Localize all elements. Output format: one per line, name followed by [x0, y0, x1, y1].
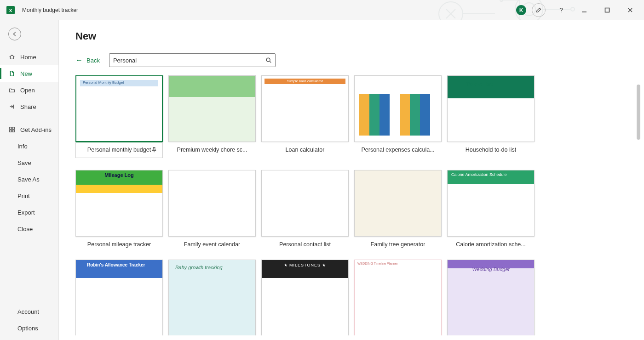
- page-title: New: [75, 30, 631, 42]
- templates-scroll-region[interactable]: Personal monthly budgetPremium weekly ch…: [75, 75, 631, 335]
- template-thumbnail: [75, 170, 163, 237]
- new-file-icon: [8, 70, 16, 77]
- template-thumbnail: [261, 260, 349, 335]
- template-thumbnail: [168, 260, 256, 335]
- sidebar-item-export[interactable]: Export: [0, 204, 58, 221]
- search-icon[interactable]: [262, 54, 275, 67]
- sidebar-item-home[interactable]: Home: [0, 49, 58, 65]
- help-button[interactable]: ?: [551, 3, 571, 17]
- sidebar-item-options[interactable]: Options: [0, 320, 58, 336]
- template-search-box: [109, 53, 276, 67]
- template-card-personal-monthly-budget[interactable]: Personal monthly budget: [75, 75, 163, 158]
- template-label: Calorie amortization sche...: [456, 241, 525, 248]
- template-card-family-tree-generator[interactable]: Family tree generator: [354, 170, 442, 248]
- template-card-household-todo[interactable]: Household to-do list: [447, 75, 535, 153]
- svg-rect-8: [10, 130, 12, 132]
- templates-grid: Personal monthly budgetPremium weekly ch…: [75, 75, 622, 335]
- sidebar-item-label: New: [20, 70, 32, 77]
- template-thumbnail: [75, 75, 163, 142]
- sidebar-item-open[interactable]: Open: [0, 82, 58, 98]
- template-thumbnail: [447, 170, 535, 237]
- template-card-loan-calculator[interactable]: Loan calculator: [261, 75, 349, 153]
- template-thumbnail: [75, 260, 163, 335]
- title-bar: Monthly budget tracker K ?: [0, 0, 644, 20]
- svg-rect-9: [12, 130, 14, 132]
- svg-rect-6: [10, 127, 12, 129]
- backstage-sidebar: Home New Open Share Get Add-ins: [0, 20, 59, 340]
- template-label: Household to-do list: [466, 147, 516, 153]
- search-back-label: Back: [86, 57, 100, 64]
- document-title: Monthly budget tracker: [22, 7, 78, 13]
- template-label: Personal expenses calcula...: [361, 147, 434, 153]
- template-thumbnail: [261, 170, 349, 237]
- share-icon: [8, 103, 16, 110]
- arrow-left-icon: ←: [75, 56, 83, 64]
- template-label: Loan calculator: [286, 147, 325, 153]
- template-card-allowance-tracker[interactable]: [75, 260, 163, 335]
- pin-template-button[interactable]: [150, 145, 159, 154]
- sidebar-item-account[interactable]: Account: [0, 303, 58, 320]
- template-card-wedding-timeline[interactable]: [354, 260, 442, 335]
- coming-soon-button[interactable]: [532, 3, 546, 17]
- sidebar-item-print[interactable]: Print: [0, 187, 58, 204]
- sidebar-item-share[interactable]: Share: [0, 98, 58, 115]
- template-thumbnail: [261, 75, 349, 142]
- template-thumbnail: [354, 260, 442, 335]
- back-button[interactable]: [8, 28, 21, 40]
- window-maximize-button[interactable]: [597, 3, 617, 17]
- template-card-wedding-budget[interactable]: [447, 260, 535, 335]
- sidebar-item-label: Open: [20, 87, 35, 94]
- template-card-personal-mileage[interactable]: Personal mileage tracker: [75, 170, 163, 248]
- sidebar-item-info[interactable]: Info: [0, 138, 58, 154]
- template-label: Personal contact list: [279, 241, 331, 248]
- template-card-weekly-chore-schedule[interactable]: Premium weekly chore sc...: [168, 75, 256, 153]
- home-icon: [8, 53, 16, 61]
- window-minimize-button[interactable]: [574, 3, 594, 17]
- svg-rect-7: [12, 127, 14, 129]
- template-label: Family event calendar: [184, 241, 240, 248]
- sidebar-item-close[interactable]: Close: [0, 221, 58, 237]
- template-label: Personal mileage tracker: [87, 241, 151, 248]
- addins-icon: [8, 126, 16, 133]
- sidebar-item-label: Home: [20, 54, 36, 61]
- template-card-personal-expenses-calc[interactable]: Personal expenses calcula...: [354, 75, 442, 153]
- template-card-baby-growth-tracking[interactable]: [168, 260, 256, 335]
- template-thumbnail: [168, 170, 256, 237]
- window-close-button[interactable]: [620, 3, 640, 17]
- svg-point-10: [266, 58, 270, 62]
- svg-point-4: [500, 0, 503, 1]
- sidebar-item-save[interactable]: Save: [0, 154, 58, 171]
- template-card-personal-contact-list[interactable]: Personal contact list: [261, 170, 349, 248]
- template-thumbnail: [354, 75, 442, 142]
- sidebar-item-label: Get Add-ins: [20, 126, 52, 133]
- template-label: Family tree generator: [371, 241, 426, 248]
- main-panel: New ← Back Personal monthly budgetPremiu…: [59, 20, 644, 340]
- template-label: Personal monthly budget: [87, 147, 151, 153]
- template-thumbnail: [447, 260, 535, 335]
- sidebar-item-label: Share: [20, 103, 36, 110]
- template-search-input[interactable]: [109, 54, 262, 67]
- user-avatar[interactable]: K: [516, 5, 526, 15]
- search-back-link[interactable]: ← Back: [75, 56, 100, 64]
- template-card-family-event-calendar[interactable]: Family event calendar: [168, 170, 256, 248]
- template-label: Premium weekly chore sc...: [177, 147, 247, 153]
- template-card-milestones[interactable]: [261, 260, 349, 335]
- svg-rect-5: [605, 8, 610, 12]
- template-card-calorie-amortization[interactable]: Calorie amortization sche...: [447, 170, 535, 248]
- open-folder-icon: [8, 86, 16, 94]
- sidebar-item-new[interactable]: New: [0, 65, 58, 82]
- vertical-scrollbar[interactable]: [637, 85, 640, 140]
- template-thumbnail: [354, 170, 442, 237]
- sidebar-item-saveas[interactable]: Save As: [0, 171, 58, 187]
- template-thumbnail: [447, 75, 535, 142]
- template-thumbnail: [168, 75, 256, 142]
- excel-app-icon: [6, 6, 15, 14]
- sidebar-item-addins[interactable]: Get Add-ins: [0, 121, 58, 138]
